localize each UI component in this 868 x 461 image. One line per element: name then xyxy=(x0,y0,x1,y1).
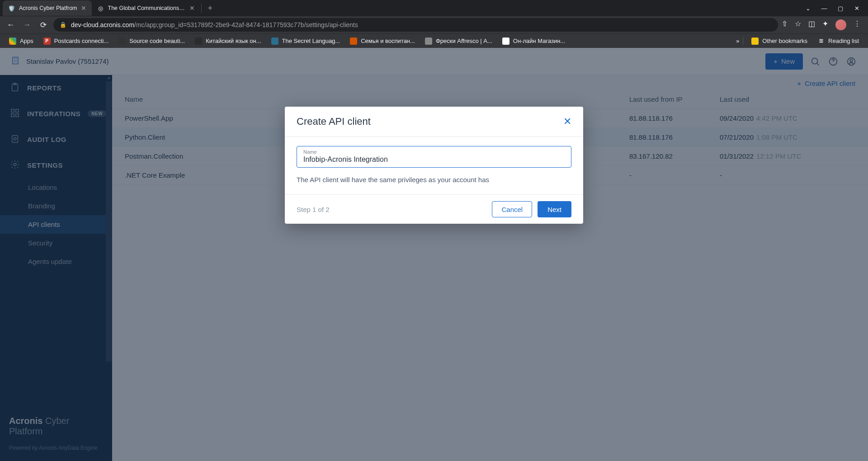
close-window-icon[interactable]: ✕ xyxy=(854,5,860,12)
share-icon[interactable]: ⇧ xyxy=(782,19,788,30)
browser-tab[interactable]: 🛡️ Acronis Cyber Platfrom ✕ xyxy=(3,0,92,16)
close-icon[interactable]: ✕ xyxy=(81,5,86,12)
minimize-icon[interactable]: — xyxy=(821,5,827,12)
privilege-hint: The API client will have the same privil… xyxy=(297,176,571,183)
tab-title: The Global Communications Plat xyxy=(108,5,186,11)
bookmark-item[interactable]: The Secret Languag... xyxy=(267,35,345,47)
url-actions: ⇧ ☆ ◫ ✦ ⋮ xyxy=(782,19,863,30)
close-icon[interactable]: ✕ xyxy=(189,5,195,12)
bookmark-favicon xyxy=(118,38,126,45)
favicon-icon: ◎ xyxy=(97,5,104,12)
kebab-menu-icon[interactable]: ⋮ xyxy=(854,19,861,30)
address-bar-row: ← → ⟳ 🔒 dev-cloud.acronis.com/mc/app;gro… xyxy=(0,16,868,33)
tab-title: Acronis Cyber Platfrom xyxy=(19,5,77,11)
tab-strip: 🛡️ Acronis Cyber Platfrom ✕ ◎ The Global… xyxy=(0,0,868,16)
modal-header: Create API client ✕ xyxy=(285,107,583,137)
close-icon[interactable]: ✕ xyxy=(563,116,571,127)
other-bookmarks[interactable]: Other bookmarks xyxy=(747,35,812,47)
bookmark-favicon: P xyxy=(43,38,51,45)
name-field-wrapper[interactable]: Name xyxy=(297,146,571,168)
folder-icon xyxy=(751,38,759,45)
reading-list[interactable]: ☰Reading list xyxy=(813,35,863,47)
modal-overlay: Create API client ✕ Name The API client … xyxy=(0,48,868,461)
bookmark-item[interactable]: Фрески Affresco | А... xyxy=(420,35,497,47)
bookmark-apps[interactable]: Apps xyxy=(5,35,38,47)
bookmark-favicon xyxy=(502,38,509,45)
url-bar[interactable]: 🔒 dev-cloud.acronis.com/mc/app;group_id=… xyxy=(53,18,778,32)
browser-chrome: 🛡️ Acronis Cyber Platfrom ✕ ◎ The Global… xyxy=(0,0,868,48)
grid-icon xyxy=(9,38,16,45)
modal-title: Create API client xyxy=(297,116,371,127)
app-root: ▲ REPORTS INTEGRATIONS NEW AUDIT LOG SET… xyxy=(0,48,868,461)
favicon-icon: 🛡️ xyxy=(8,5,15,12)
bookmark-favicon xyxy=(195,38,202,45)
cancel-button[interactable]: Cancel xyxy=(492,201,532,217)
bookmark-favicon xyxy=(271,38,278,45)
bookmark-item[interactable]: Китайский язык он... xyxy=(190,35,265,47)
back-button[interactable]: ← xyxy=(5,20,17,29)
new-tab-button[interactable]: + xyxy=(203,4,218,13)
bookmark-item[interactable]: Он-лайн Магазин... xyxy=(498,35,570,47)
maximize-icon[interactable]: ▢ xyxy=(837,5,844,12)
lock-icon: 🔒 xyxy=(60,22,66,28)
modal-footer: Step 1 of 2 Cancel Next xyxy=(285,194,583,224)
bookmark-favicon xyxy=(350,38,357,45)
create-api-client-modal: Create API client ✕ Name The API client … xyxy=(285,107,583,224)
divider xyxy=(201,4,202,13)
bookmark-item[interactable]: PPostcards connecti... xyxy=(39,35,113,47)
extension-icon[interactable]: ◫ xyxy=(808,19,815,30)
star-icon[interactable]: ☆ xyxy=(795,19,801,30)
profile-avatar[interactable] xyxy=(835,19,846,30)
field-label: Name xyxy=(303,149,565,155)
forward-button[interactable]: → xyxy=(21,20,33,29)
bookmark-item[interactable]: Source code beauti... xyxy=(114,35,189,47)
chevron-down-icon[interactable]: ⌄ xyxy=(805,5,811,12)
list-icon: ☰ xyxy=(817,38,825,45)
browser-tab[interactable]: ◎ The Global Communications Plat ✕ xyxy=(92,0,200,16)
name-input[interactable] xyxy=(303,155,565,164)
bookmarks-overflow[interactable]: » xyxy=(736,38,739,44)
bookmark-favicon xyxy=(425,38,432,45)
modal-body: Name The API client will have the same p… xyxy=(285,137,583,194)
reload-button[interactable]: ⟳ xyxy=(37,20,50,30)
window-controls: ⌄ — ▢ ✕ xyxy=(805,5,868,12)
divider xyxy=(743,37,743,46)
bookmark-item[interactable]: Семья и воспитан... xyxy=(345,35,420,47)
next-button[interactable]: Next xyxy=(538,201,571,217)
step-indicator: Step 1 of 2 xyxy=(297,206,330,213)
bookmarks-bar: Apps PPostcards connecti... Source code … xyxy=(0,33,868,48)
url-text: dev-cloud.acronis.com/mc/app;group_id=53… xyxy=(71,21,358,28)
puzzle-icon[interactable]: ✦ xyxy=(822,19,828,30)
